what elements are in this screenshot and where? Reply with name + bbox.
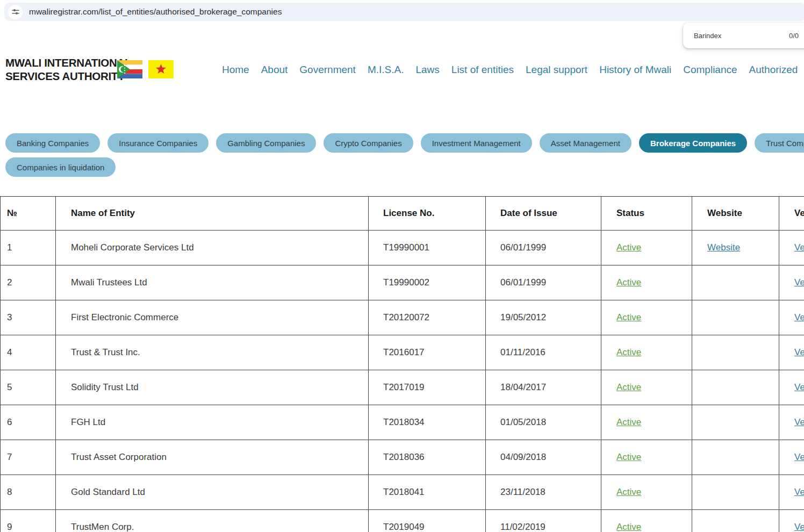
filter-pill-insurance-companies[interactable]: Insurance Companies xyxy=(107,133,209,153)
column-header-license-no: License No. xyxy=(369,197,486,231)
cell-number: 4 xyxy=(1,335,56,370)
cell-entity-name: Solidity Trust Ltd xyxy=(56,370,369,405)
site-logo[interactable]: MWALI INTERNATIONAL SERVICES AUTHORITY xyxy=(5,56,131,83)
nav-item-history-of-mwali[interactable]: History of Mwali xyxy=(599,64,671,76)
cell-license-no: T19990002 xyxy=(369,265,486,300)
cell-entity-name: TrustMen Corp. xyxy=(56,510,369,532)
cell-date-of-issue: 06/01/1999 xyxy=(486,265,601,300)
browser-url-bar[interactable]: mwaliregistrar.com/list_of_entities/auth… xyxy=(4,3,804,21)
verify-link[interactable]: Verify xyxy=(794,242,804,253)
column-header-name-of-entity: Name of Entity xyxy=(56,197,369,231)
cell-verify: Verify xyxy=(779,265,804,300)
cell-verify: Verify xyxy=(779,370,804,405)
status-link[interactable]: Active xyxy=(616,487,641,497)
cell-website xyxy=(692,335,779,370)
verify-link[interactable]: Verify xyxy=(794,417,804,427)
cell-status: Active xyxy=(601,265,692,300)
nav-item-laws[interactable]: Laws xyxy=(415,64,439,76)
cell-entity-name: FGH Ltd xyxy=(56,405,369,440)
nav-item-compliance[interactable]: Compliance xyxy=(683,64,737,76)
cell-date-of-issue: 01/11/2016 xyxy=(486,335,601,370)
column-header-date-of-issue: Date of Issue xyxy=(486,197,601,231)
nav-item-legal-support[interactable]: Legal support xyxy=(526,64,587,76)
cell-date-of-issue: 23/11/2018 xyxy=(486,475,601,510)
status-link[interactable]: Active xyxy=(616,522,641,532)
cell-website xyxy=(692,370,779,405)
table-row: 2Mwali Trustees LtdT1999000206/01/1999Ac… xyxy=(1,265,804,300)
filter-row-1: Banking CompaniesInsurance CompaniesGamb… xyxy=(5,133,804,153)
table-row: 7Trust Asset CorporationT201803604/09/20… xyxy=(1,440,804,475)
cell-number: 3 xyxy=(1,300,56,335)
cell-date-of-issue: 04/09/2018 xyxy=(486,440,601,475)
page: { "browser": { "url": "mwaliregistrar.co… xyxy=(0,0,804,532)
cell-website xyxy=(692,300,779,335)
column-header-verify: Verify xyxy=(779,197,804,231)
status-link[interactable]: Active xyxy=(616,312,641,322)
find-popup: Barindex 0/0 xyxy=(683,23,804,48)
status-link[interactable]: Active xyxy=(616,242,641,253)
status-link[interactable]: Active xyxy=(616,382,641,392)
filter-pill-brokerage-companies[interactable]: Brokerage Companies xyxy=(639,133,747,153)
column-header-status: Status xyxy=(601,197,692,231)
logo-line-2: SERVICES AUTHORITY xyxy=(5,70,131,83)
status-link[interactable]: Active xyxy=(616,277,641,287)
cell-website xyxy=(692,475,779,510)
site-settings-icon[interactable] xyxy=(8,5,23,19)
logo-line-1: MWALI INTERNATIONAL xyxy=(5,56,131,70)
status-link[interactable]: Active xyxy=(616,452,641,462)
table-row: 5Solidity Trust LtdT201701918/04/2017Act… xyxy=(1,370,804,405)
nav-item-government[interactable]: Government xyxy=(299,64,356,76)
cell-website xyxy=(692,405,779,440)
filter-pill-crypto-companies[interactable]: Crypto Companies xyxy=(324,133,413,153)
table-row: 3First Electronic CommerceT2012007219/05… xyxy=(1,300,804,335)
filter-pill-banking-companies[interactable]: Banking Companies xyxy=(5,133,100,153)
nav-item-about[interactable]: About xyxy=(261,64,288,76)
status-link[interactable]: Active xyxy=(616,417,641,427)
cell-verify: Verify xyxy=(779,475,804,510)
cell-date-of-issue: 19/05/2012 xyxy=(486,300,601,335)
cell-entity-name: Gold Standard Ltd xyxy=(56,475,369,510)
filter-pill-asset-management[interactable]: Asset Management xyxy=(540,133,631,153)
flags xyxy=(117,60,174,78)
cell-status: Active xyxy=(601,335,692,370)
filter-pill-trust-companies[interactable]: Trust Companies xyxy=(755,133,804,153)
entities-table: №Name of EntityLicense No.Date of IssueS… xyxy=(0,196,804,532)
cell-website xyxy=(692,440,779,475)
cell-verify: Verify xyxy=(779,300,804,335)
url-text[interactable]: mwaliregistrar.com/list_of_entities/auth… xyxy=(29,7,282,17)
cell-number: 5 xyxy=(1,370,56,405)
cell-verify: Verify xyxy=(779,440,804,475)
cell-website: Website xyxy=(692,231,779,265)
website-link[interactable]: Website xyxy=(707,242,740,253)
verify-link[interactable]: Verify xyxy=(794,347,804,357)
cell-license-no: T19990001 xyxy=(369,231,486,265)
cell-verify: Verify xyxy=(779,231,804,265)
cell-entity-name: Trust Asset Corporation xyxy=(56,440,369,475)
verify-link[interactable]: Verify xyxy=(794,382,804,392)
entities-table-wrap: №Name of EntityLicense No.Date of IssueS… xyxy=(0,196,804,532)
nav-item-home[interactable]: Home xyxy=(222,64,249,76)
filter-pill-investment-management[interactable]: Investment Management xyxy=(421,133,532,153)
filter-pill-gambling-companies[interactable]: Gambling Companies xyxy=(216,133,316,153)
cell-license-no: T20120072 xyxy=(369,300,486,335)
table-row: 8Gold Standard LtdT201804123/11/2018Acti… xyxy=(1,475,804,510)
find-popup-label: Barindex xyxy=(694,32,721,40)
cell-date-of-issue: 18/04/2017 xyxy=(486,370,601,405)
verify-link[interactable]: Verify xyxy=(794,277,804,287)
mwali-flag-icon xyxy=(148,60,174,78)
verify-link[interactable]: Verify xyxy=(794,312,804,322)
cell-verify: Verify xyxy=(779,335,804,370)
cell-license-no: T2016017 xyxy=(369,335,486,370)
cell-date-of-issue: 06/01/1999 xyxy=(486,231,601,265)
verify-link[interactable]: Verify xyxy=(794,452,804,462)
status-link[interactable]: Active xyxy=(616,347,641,357)
nav-item-m-i-s-a[interactable]: M.I.S.A. xyxy=(368,64,404,76)
cell-license-no: T2018041 xyxy=(369,475,486,510)
verify-link[interactable]: Verify xyxy=(794,522,804,532)
nav-item-list-of-entities[interactable]: List of entities xyxy=(451,64,514,76)
cell-number: 1 xyxy=(1,231,56,265)
filter-pill-companies-in-liquidation[interactable]: Companies in liquidation xyxy=(5,157,116,177)
nav-item-authorized[interactable]: Authorized xyxy=(749,64,798,76)
column-header-: № xyxy=(1,197,56,231)
verify-link[interactable]: Verify xyxy=(794,487,804,497)
